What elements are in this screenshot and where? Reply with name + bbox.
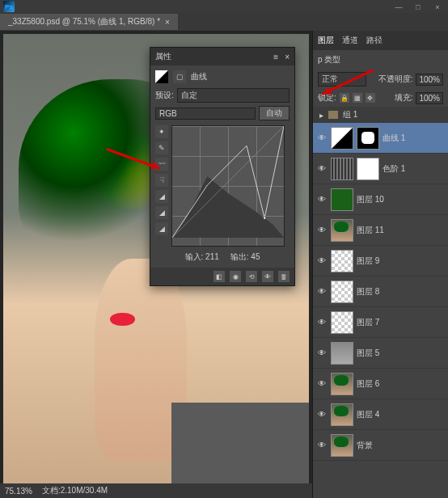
eyedropper-gray-icon[interactable]: ◢ <box>155 206 168 219</box>
layer-thumbnail[interactable] <box>331 127 353 150</box>
document-tab[interactable]: _33Z5800.psd @ 75.1% (曲线 1, RGB/8) * × <box>0 14 178 30</box>
layer-row[interactable]: 👁图层 4 <box>313 399 448 430</box>
smooth-tool-icon[interactable]: 〰 <box>155 158 168 171</box>
layer-row[interactable]: 👁图层 6 <box>313 369 448 399</box>
layer-row[interactable]: 👁图层 8 <box>313 276 448 307</box>
status-bar: 75.13% 文档:2.10M/30.4M <box>0 483 312 498</box>
layer-thumbnail[interactable] <box>331 403 353 426</box>
gray-overlay <box>171 403 309 483</box>
eyedropper-white-icon[interactable]: ◢ <box>155 222 168 235</box>
point-tool-icon[interactable]: ✦ <box>155 125 168 138</box>
close-icon[interactable]: × <box>165 18 170 27</box>
layer-row[interactable]: 👁曲线 1 <box>313 123 448 154</box>
input-value[interactable]: 211 <box>205 252 219 261</box>
visibility-icon[interactable]: 👁 <box>316 287 328 296</box>
visibility-icon[interactable]: 👁 <box>316 226 328 234</box>
visibility-icon[interactable]: 👁 <box>316 441 328 449</box>
zoom-level[interactable]: 75.13% <box>5 487 32 496</box>
layer-row[interactable]: 👁图层 10 <box>313 184 448 215</box>
tab-channels[interactable]: 通道 <box>342 35 358 46</box>
clip-icon[interactable]: ◧ <box>213 271 225 282</box>
prev-state-icon[interactable]: ◉ <box>230 271 241 282</box>
window-minimize[interactable]: — <box>390 2 408 13</box>
layer-thumbnail[interactable] <box>331 434 353 457</box>
layer-name[interactable]: 图层 5 <box>357 348 445 359</box>
layer-name[interactable]: 背景 <box>357 440 445 451</box>
layer-thumbnail[interactable] <box>331 188 353 211</box>
layer-name[interactable]: 图层 8 <box>357 286 445 298</box>
document-tab-title: _33Z5800.psd @ 75.1% (曲线 1, RGB/8) * <box>8 16 160 27</box>
layer-thumbnail[interactable] <box>357 158 379 180</box>
layer-thumbnail[interactable] <box>331 158 353 180</box>
layer-name[interactable]: 图层 6 <box>357 378 445 390</box>
layer-name[interactable]: 图层 10 <box>357 194 445 205</box>
folder-icon <box>328 111 338 119</box>
blend-mode-select[interactable]: 正常 <box>318 72 366 87</box>
reset-icon[interactable]: ⟲ <box>246 271 257 282</box>
properties-panel[interactable]: 属性 ≡ × ▢ 曲线 预设: 自定 RGB 自动 ✦ ✎ 〰 ☟ ◢ ◢ ◢ <box>150 47 295 286</box>
visibility-icon[interactable]: 👁 <box>316 256 328 265</box>
curves-graph[interactable] <box>171 125 285 247</box>
visibility-icon[interactable]: 👁 <box>316 348 328 357</box>
eyedropper-black-icon[interactable]: ◢ <box>155 190 168 203</box>
panel-close-icon[interactable]: × <box>285 53 290 61</box>
layer-name[interactable]: 色阶 1 <box>382 163 445 175</box>
opacity-value[interactable]: 100% <box>416 74 443 86</box>
panel-tabs: 图层 通道 路径 <box>313 31 448 50</box>
layer-thumbnail[interactable] <box>331 311 353 334</box>
output-label: 输出: <box>230 252 249 261</box>
layer-name[interactable]: 图层 4 <box>357 409 445 420</box>
layer-thumbnail[interactable] <box>331 342 353 365</box>
lock-position-icon[interactable]: ✥ <box>366 93 375 103</box>
layer-thumbnail[interactable] <box>331 250 353 272</box>
chevron-right-icon: ▸ <box>319 111 323 120</box>
visibility-icon[interactable]: 👁 <box>316 164 328 173</box>
panel-menu-icon[interactable]: ≡ <box>273 53 278 61</box>
fill-label: 填充: <box>395 92 413 103</box>
layer-row[interactable]: 👁图层 5 <box>313 338 448 369</box>
group-name: 组 1 <box>343 109 357 120</box>
layer-row[interactable]: 👁图层 9 <box>313 246 448 276</box>
mask-icon[interactable]: ▢ <box>173 70 186 83</box>
preset-label: 预设: <box>155 90 174 101</box>
layer-name[interactable]: 图层 9 <box>357 255 445 267</box>
tab-paths[interactable]: 路径 <box>366 35 382 46</box>
visibility-icon[interactable]: 👁 <box>262 271 273 282</box>
layer-thumbnail[interactable] <box>331 219 353 242</box>
layer-thumbnail[interactable] <box>331 281 353 303</box>
visibility-icon[interactable]: 👁 <box>316 379 328 388</box>
visibility-icon[interactable]: 👁 <box>316 195 328 204</box>
layer-name[interactable]: 图层 7 <box>357 317 445 328</box>
layer-name[interactable]: 图层 11 <box>357 225 445 236</box>
tab-layers[interactable]: 图层 <box>318 35 334 46</box>
layer-name[interactable]: 曲线 1 <box>382 133 445 144</box>
window-maximize[interactable]: □ <box>409 2 427 13</box>
layer-group[interactable]: ▸ 组 1 <box>313 107 448 123</box>
layer-thumbnail[interactable] <box>357 127 379 150</box>
layer-row[interactable]: 👁图层 11 <box>313 215 448 246</box>
layer-row[interactable]: 👁色阶 1 <box>313 154 448 184</box>
visibility-icon[interactable]: 👁 <box>316 410 328 419</box>
properties-tab[interactable]: 属性 <box>155 51 171 62</box>
opacity-label: 不透明度: <box>378 74 413 85</box>
photo-detail <box>110 313 134 327</box>
doc-info: 文档:2.10M/30.4M <box>42 485 108 496</box>
pencil-tool-icon[interactable]: ✎ <box>155 141 168 154</box>
layer-row[interactable]: 👁背景 <box>313 430 448 461</box>
window-close[interactable]: × <box>429 2 446 13</box>
svg-point-1 <box>264 217 266 219</box>
trash-icon[interactable]: 🗑 <box>278 271 290 282</box>
layer-thumbnail[interactable] <box>331 373 353 395</box>
fill-value[interactable]: 100% <box>416 92 443 104</box>
input-label: 输入: <box>185 252 204 261</box>
lock-all-icon[interactable]: 🔒 <box>340 93 349 103</box>
output-value[interactable]: 45 <box>251 252 260 261</box>
layer-row[interactable]: 👁图层 7 <box>313 307 448 338</box>
hand-tool-icon[interactable]: ☟ <box>155 174 168 187</box>
visibility-icon[interactable]: 👁 <box>316 133 328 142</box>
channel-select[interactable]: RGB <box>155 108 256 120</box>
visibility-icon[interactable]: 👁 <box>316 318 328 327</box>
lock-pixels-icon[interactable]: ▦ <box>353 93 362 103</box>
auto-button[interactable]: 自动 <box>259 106 290 120</box>
preset-select[interactable]: 自定 <box>177 88 290 103</box>
